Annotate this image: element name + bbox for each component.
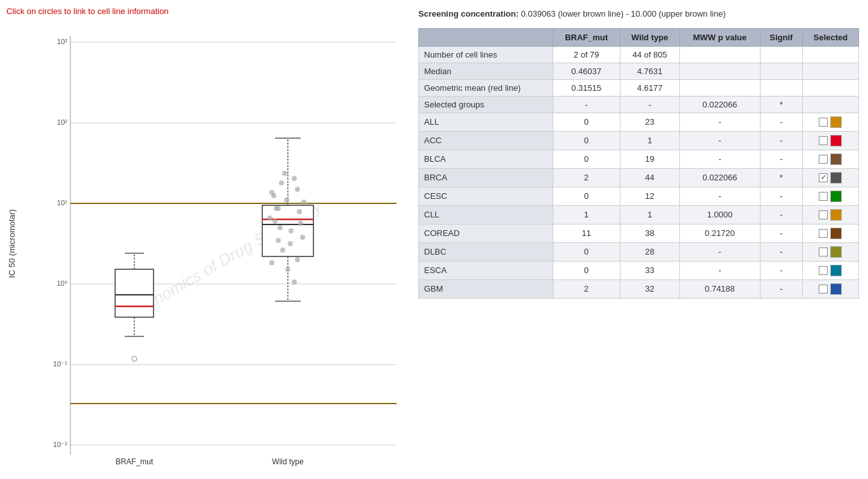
table-row: CESC012-- <box>419 187 859 205</box>
data-table: BRAF_mut Wild type MWW p value Signif Se… <box>418 28 859 299</box>
cell-label: ACC <box>419 131 553 150</box>
cell-braf: 0.31515 <box>553 79 620 96</box>
color-swatch <box>830 209 842 221</box>
svg-point-51 <box>276 206 281 211</box>
cell-mww: 0.74188 <box>679 279 760 298</box>
cell-braf: - <box>553 96 620 113</box>
cell-selected[interactable] <box>802 187 858 205</box>
select-checkbox[interactable] <box>819 229 828 238</box>
cell-braf: 0 <box>553 187 620 205</box>
svg-point-37 <box>297 209 302 214</box>
cell-selected[interactable] <box>802 279 858 298</box>
cell-selected[interactable] <box>802 150 858 168</box>
cell-mww: - <box>679 242 760 261</box>
screening-label: Screening concentration: <box>418 9 519 19</box>
table-row: Selected groups--0.022066* <box>419 96 859 113</box>
svg-text:10³: 10³ <box>57 38 67 45</box>
svg-point-52 <box>282 171 287 176</box>
svg-point-43 <box>271 193 276 198</box>
svg-point-38 <box>267 216 272 221</box>
screening-info: Screening concentration: 0.039063 (lower… <box>418 8 859 20</box>
svg-text:BRAF_mut: BRAF_mut <box>116 457 154 466</box>
cell-label: Selected groups <box>419 96 553 113</box>
svg-point-54 <box>272 219 278 224</box>
cell-wild: 28 <box>620 242 679 261</box>
left-boxplot <box>115 253 154 361</box>
color-swatch <box>830 191 842 202</box>
table-row: BLCA019-- <box>419 150 859 168</box>
color-swatch <box>830 135 842 146</box>
table-row: GBM2320.74188- <box>419 279 859 298</box>
cell-selected <box>802 46 858 63</box>
svg-text:10⁰: 10⁰ <box>57 279 68 287</box>
cell-selected[interactable] <box>802 242 858 261</box>
cell-selected[interactable] <box>802 261 858 279</box>
cell-mww: - <box>679 131 760 150</box>
cell-label: BLCA <box>419 150 553 168</box>
svg-text:10¹: 10¹ <box>57 199 67 207</box>
cell-selected <box>802 79 858 96</box>
click-instruction: Click on circles to link to cell line in… <box>6 6 403 16</box>
svg-point-49 <box>285 267 290 272</box>
color-swatch <box>830 153 842 165</box>
select-checkbox[interactable] <box>819 210 828 219</box>
cell-mww: - <box>679 113 760 131</box>
select-checkbox[interactable] <box>819 285 828 294</box>
cell-label: BRCA <box>419 168 553 187</box>
color-swatch <box>830 116 842 128</box>
cell-signif: - <box>760 113 802 131</box>
cell-selected[interactable] <box>802 224 858 242</box>
select-checkbox[interactable] <box>819 155 828 164</box>
svg-point-40 <box>276 238 281 243</box>
cell-wild: 4.6177 <box>620 79 679 96</box>
cell-mww: 0.022066 <box>679 168 760 187</box>
cell-wild: 44 of 805 <box>620 46 679 63</box>
cell-wild: 4.7631 <box>620 63 679 79</box>
cell-selected <box>802 63 858 79</box>
cell-selected <box>802 96 858 113</box>
col-header-selected: Selected <box>802 28 858 46</box>
col-header-label <box>419 28 553 46</box>
select-checkbox[interactable] <box>819 266 828 275</box>
select-checkbox[interactable] <box>819 192 828 201</box>
cell-signif: * <box>760 168 802 187</box>
cell-selected[interactable] <box>802 113 858 131</box>
table-row: BRCA2440.022066*✓ <box>419 168 859 187</box>
svg-point-50 <box>292 279 297 285</box>
select-checkbox[interactable] <box>819 247 828 256</box>
cell-wild: 1 <box>620 205 679 224</box>
cell-signif: - <box>760 224 802 242</box>
cell-label: Geometric mean (red line) <box>419 79 553 96</box>
cell-wild: 44 <box>620 168 679 187</box>
left-panel: Click on circles to link to cell line in… <box>0 0 409 479</box>
cell-selected[interactable] <box>802 205 858 224</box>
cell-mww: 1.0000 <box>679 205 760 224</box>
cell-braf: 1 <box>553 205 620 224</box>
svg-point-34 <box>292 176 297 181</box>
cell-braf: 2 of 79 <box>553 46 620 63</box>
cell-mww <box>679 63 760 79</box>
cell-wild: - <box>620 96 679 113</box>
cell-selected[interactable] <box>802 131 858 150</box>
svg-point-47 <box>300 235 305 240</box>
select-checkbox[interactable]: ✓ <box>819 173 828 182</box>
cell-braf: 0 <box>553 131 620 150</box>
cell-signif: * <box>760 96 802 113</box>
cell-signif: - <box>760 279 802 298</box>
select-checkbox[interactable] <box>819 118 828 127</box>
table-row: ALL023-- <box>419 113 859 131</box>
table-row: Number of cell lines2 of 7944 of 805 <box>419 46 859 63</box>
svg-point-44 <box>295 187 300 192</box>
svg-point-22 <box>132 356 137 361</box>
right-boxplot <box>262 138 313 301</box>
cell-braf: 0 <box>553 150 620 168</box>
color-swatch <box>830 172 842 184</box>
svg-rect-18 <box>115 269 154 317</box>
svg-point-33 <box>279 180 284 185</box>
cell-braf: 2 <box>553 168 620 187</box>
select-checkbox[interactable] <box>819 136 828 145</box>
cell-signif <box>760 79 802 96</box>
cell-wild: 23 <box>620 113 679 131</box>
chart-svg: 10³ 10² 10¹ 10⁰ 10⁻¹ 10⁻² Genomics of Dr… <box>51 20 409 467</box>
cell-selected[interactable]: ✓ <box>802 168 858 187</box>
